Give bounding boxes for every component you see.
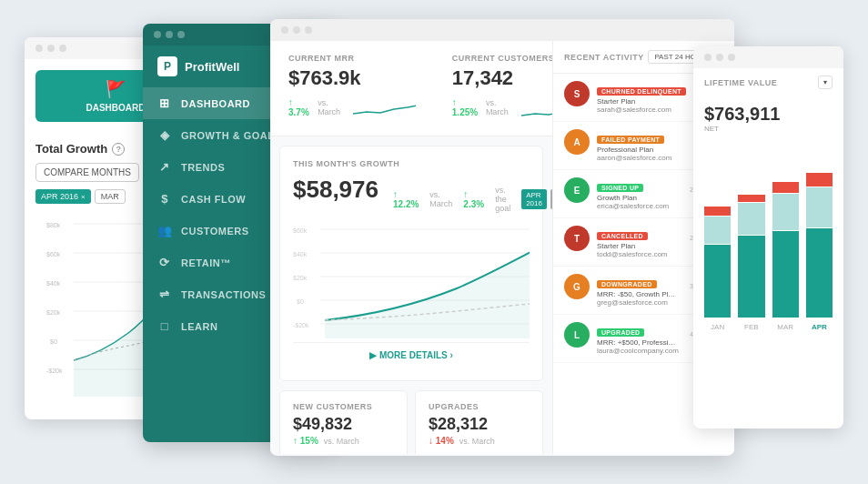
avatar: A [564,129,590,155]
activity-tag: FAILED PAYMENT [597,136,664,144]
new-customers-chart [293,453,394,454]
growth-vs-march: vs. March [429,190,452,208]
bar-stack [704,172,731,318]
nav-transactions-label: TRANSACTIONS [181,289,266,300]
customers-change: ↑ 1.25% vs. March [452,92,552,123]
apr-tag[interactable]: APR 2016 × [35,189,91,204]
bar-stack [806,172,833,318]
ltv-sub: NET [704,125,833,133]
upgrades-vs: vs. March [459,437,495,446]
activity-plan: Professional Plan [597,146,671,154]
main-titlebar [270,19,734,41]
bar-stack [772,172,799,318]
svg-text:$40k: $40k [293,251,308,257]
activity-tag: SIGNED UP [597,184,643,192]
main-dot-r [281,26,288,34]
nav-trends-label: TRENDS [181,162,225,173]
growth-pct-march: ↑ 12.2% [393,189,419,209]
svg-text:$20k: $20k [293,275,308,281]
upgrades-card: UPGRADES $28,312 ↓ 14% vs. March [415,390,543,454]
growth-badges: APR 2016 MAR 2016 [521,189,552,209]
new-customers-vs: vs. March [324,437,359,446]
dot-1 [154,31,161,38]
bar-segment [806,187,833,227]
bar-segment [704,245,731,318]
help-icon[interactable]: ? [112,143,125,156]
mrr-sparkline [353,96,415,123]
growth-vs-goal: vs. the goal [495,186,510,213]
growth-icon: ◈ [157,128,172,142]
mar-tag[interactable]: MAR [95,189,126,204]
growth-pct-goal: ↑ 2.3% [463,189,484,209]
mrr-item: CURRENT MRR $763.9k ↑ 3.7% vs. March [288,54,416,123]
badge-apr: APR 2016 [521,189,547,209]
growth-chart: $60k $40k $20k $0 -$20k [293,220,530,338]
activity-title: RECENT ACTIVITY [564,53,644,62]
bar-segment [806,173,833,187]
new-customers-pct: ↑ 15% [293,436,318,446]
mrr-header: CURRENT MRR $763.9k ↑ 3.7% vs. March [270,41,552,136]
ltv-filter-btn[interactable]: ▾ [818,76,833,89]
compare-months-btn[interactable]: COMPARE MONTHS [35,163,139,182]
apr-tag-close[interactable]: × [81,193,86,201]
activity-email: greg@salesforce.com [597,298,675,307]
avatar: L [564,322,590,348]
new-customers-card: NEW CUSTOMERS $49,832 ↑ 15% vs. March [279,390,408,454]
ltv-window: LIFETIME VALUE ▾ $763,911 NET JANFEBMARA… [693,46,843,429]
mrr-value: $763.9k [288,66,416,90]
activity-email: laura@coolcompany.com [597,347,679,355]
bar-chart-inner: JANFEBMARAPR [704,149,833,331]
activity-plan: Starter Plan [597,242,668,250]
nav-learn-label: LEARN [181,321,217,332]
upgrades-value: $28,312 [429,415,530,434]
bar-group: FEB [738,172,764,331]
upgrades-sparkline [429,453,530,454]
upgrades-label: UPGRADES [429,402,530,411]
trends-icon: ↗ [157,160,172,174]
svg-text:$80k: $80k [46,222,61,228]
customers-icon: 👥 [157,224,172,237]
main-dot-y [293,26,300,34]
customers-sparkline [521,96,552,123]
svg-text:-$20k: -$20k [293,322,309,328]
bar-group: APR [806,172,833,331]
dot-2 [166,31,173,38]
mrr-label: CURRENT MRR [288,54,416,63]
dot-red [35,45,43,52]
ltv-title: LIFETIME VALUE [704,78,777,87]
svg-text:$40k: $40k [46,280,61,287]
ltv-dot-y [716,54,723,61]
upgrades-chart [429,453,530,454]
dashboard-icon: ⊞ [157,96,172,110]
dot-yellow [47,45,55,52]
upgrades-pct: ↓ 14% [429,436,454,446]
bar-segment [772,231,799,318]
nav-customers-label: CUSTOMERS [181,226,249,237]
ltv-value: $763,911 [704,104,833,125]
activity-tag: DOWNGRADED [597,280,657,288]
new-customers-change: ↑ 15% vs. March [293,436,394,446]
ltv-header: LIFETIME VALUE ▾ [693,68,843,96]
bar-label: MAR [777,323,793,331]
growth-section: THIS MONTH'S GROWTH $58,976 ↑ 12.2% vs. … [279,146,543,381]
main-dot-g [305,26,312,34]
growth-meta: ↑ 12.2% vs. March ↑ 2.3% vs. the goal AP… [393,186,552,213]
bar-segment [738,195,764,202]
avatar: E [564,177,590,203]
activity-plan: Growth Plan [597,194,669,202]
growth-amount: $58,976 [293,176,378,204]
bar-segment [806,228,833,318]
bar-label: FEB [744,323,759,331]
bar-group: MAR [772,172,799,331]
learn-icon: □ [157,319,172,333]
avatar: S [564,81,590,106]
avatar: T [564,226,590,251]
mrr-change: ↑ 3.7% vs. March [288,92,416,123]
more-details-btn[interactable]: ▶ MORE DETAILS › [293,342,530,368]
svg-text:$0: $0 [297,298,304,305]
customers-change-vs: vs. March [486,98,517,116]
bottom-cards: NEW CUSTOMERS $49,832 ↑ 15% vs. March [279,390,543,454]
activity-email: aaron@salesforce.com [597,154,671,162]
customers-change-pct: ↑ 1.25% [452,97,480,117]
new-customers-label: NEW CUSTOMERS [293,402,394,411]
